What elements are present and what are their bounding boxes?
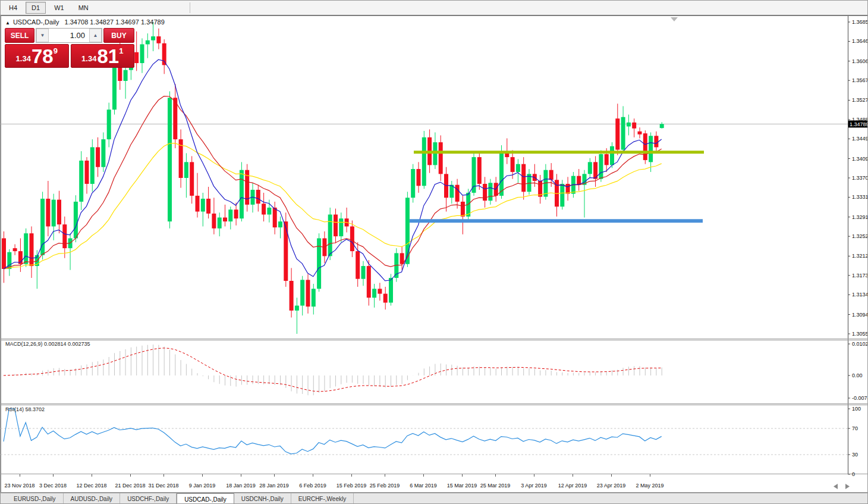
sell-price-box[interactable]: 1.34 78 9 xyxy=(5,44,69,68)
rsi-label: RSI(14) 58.3702 xyxy=(5,406,45,412)
candle-bullish xyxy=(389,278,393,303)
collapse-triangle-icon[interactable]: ▲ xyxy=(5,20,10,26)
candle-bullish xyxy=(660,124,664,128)
chart-tab-eurusd[interactable]: EURUSD-,Daily xyxy=(7,493,64,504)
price-axis-label: 1.36850 xyxy=(852,19,868,25)
candle-bearish xyxy=(638,132,642,134)
sell-button[interactable]: SELL xyxy=(5,28,34,43)
candle-bullish xyxy=(267,208,271,215)
candle-bearish xyxy=(615,118,619,149)
date-axis-label[interactable]: 31 Dec 2018 xyxy=(148,483,178,489)
candle-bullish xyxy=(24,233,28,264)
candle-bullish xyxy=(146,40,150,45)
scroll-right-icon[interactable] xyxy=(845,484,850,489)
buy-price-big: 81 xyxy=(97,48,119,65)
candle-bearish xyxy=(212,214,216,228)
rsi-axis-label: 0 xyxy=(852,471,855,477)
chart-ohlc-values: 1.34708 1.34827 1.34697 1.34789 xyxy=(65,18,165,26)
candle-bullish xyxy=(90,147,95,184)
candle-bullish xyxy=(300,280,304,305)
date-axis-label[interactable]: 12 Dec 2018 xyxy=(76,483,106,489)
date-axis-label[interactable]: 18 Jan 2019 xyxy=(226,483,256,489)
price-axis-label: 1.32910 xyxy=(852,214,868,220)
candle-bearish xyxy=(273,208,277,227)
date-axis-label[interactable]: 28 Jan 2019 xyxy=(259,483,289,489)
chart-tab-eurchf[interactable]: EURCHF-,Weekly xyxy=(291,493,354,504)
candle-bearish xyxy=(290,281,294,311)
candle-bearish xyxy=(455,185,460,202)
date-axis-label[interactable]: 25 Mar 2019 xyxy=(480,483,511,489)
chart-tab-usdcnh[interactable]: USDCNH-,Daily xyxy=(234,493,291,504)
chart-tab-usdcad[interactable]: USDCAD-,Daily xyxy=(177,493,234,504)
volume-value[interactable]: 1.00 xyxy=(49,29,89,42)
candle-bearish xyxy=(46,199,50,227)
price-axis-label: 1.32120 xyxy=(852,253,868,259)
candle-bearish xyxy=(156,36,161,43)
candle-bearish xyxy=(190,162,194,196)
date-axis-label[interactable]: 9 Jan 2019 xyxy=(189,483,216,489)
panel-collapse-arrow-icon[interactable] xyxy=(671,17,678,21)
date-axis-label[interactable]: 6 Mar 2019 xyxy=(410,483,437,489)
ma-line-fast-ema xyxy=(4,60,662,281)
candle-bullish xyxy=(218,218,222,228)
candle-bullish xyxy=(361,266,366,279)
rsi-axis-label: 30 xyxy=(852,452,858,458)
candle-bullish xyxy=(649,136,653,162)
chart-tab-usdchf[interactable]: USDCHF-,Daily xyxy=(120,493,177,504)
candle-bullish xyxy=(112,62,117,109)
candle-bearish xyxy=(196,196,200,212)
price-axis-label: 1.31340 xyxy=(852,292,868,298)
date-axis-label[interactable]: 25 Feb 2019 xyxy=(370,483,400,489)
candle-bullish xyxy=(516,164,520,172)
volume-increase-button[interactable]: ▲ xyxy=(89,29,102,42)
sell-price-big: 78 xyxy=(32,48,54,65)
date-axis-label[interactable]: 3 Apr 2019 xyxy=(521,483,547,489)
sell-price-prefix: 1.34 xyxy=(16,54,31,63)
date-axis-label[interactable]: 23 Nov 2018 xyxy=(4,483,34,489)
chart-tab-audusd[interactable]: AUDUSD-,Daily xyxy=(64,493,121,504)
price-axis-label: 1.34090 xyxy=(852,156,868,162)
candle-bullish xyxy=(151,36,155,40)
candle-bullish xyxy=(278,221,282,227)
candle-bearish xyxy=(334,215,338,237)
macd-signal-line xyxy=(4,348,662,392)
ma-line-mid-ema xyxy=(4,96,662,269)
date-axis-label[interactable]: 6 Feb 2019 xyxy=(299,483,326,489)
date-axis-label[interactable]: 15 Mar 2019 xyxy=(447,483,477,489)
date-axis-label[interactable]: 15 Feb 2019 xyxy=(336,483,367,489)
candle-bullish xyxy=(411,169,415,198)
price-axis-label: 1.33700 xyxy=(852,175,868,181)
candle-bearish xyxy=(383,294,388,303)
candle-bullish xyxy=(52,200,56,227)
price-axis-label: 1.31730 xyxy=(852,273,868,278)
chart-canvas[interactable]: 1.368501.364601.360601.356701.352701.348… xyxy=(1,1,868,504)
candle-bearish xyxy=(234,209,238,218)
date-axis-label[interactable]: 12 Apr 2019 xyxy=(558,483,587,489)
candle-bullish xyxy=(74,202,78,239)
candle-bearish xyxy=(256,190,260,204)
trade-prices-row: 1.34 78 9 1.34 81 1 xyxy=(5,44,134,68)
candle-bearish xyxy=(378,289,382,293)
price-axis-label: 1.30550 xyxy=(852,331,868,337)
rsi-axis-label: 100 xyxy=(852,406,861,412)
candle-bullish xyxy=(599,154,603,179)
candle-bullish xyxy=(499,152,504,196)
buy-button[interactable]: BUY xyxy=(103,28,134,43)
candle-bullish xyxy=(184,162,188,178)
date-axis-label[interactable]: 2 May 2019 xyxy=(636,483,663,489)
buy-price-box[interactable]: 1.34 81 1 xyxy=(71,44,135,68)
scroll-left-icon[interactable] xyxy=(834,484,838,489)
buy-price-sup: 1 xyxy=(119,46,123,55)
date-axis-label[interactable]: 23 Apr 2019 xyxy=(597,483,626,489)
volume-decrease-button[interactable]: ▼ xyxy=(36,29,49,42)
date-axis-label[interactable]: 3 Dec 2018 xyxy=(39,483,67,489)
candle-bearish xyxy=(511,157,515,172)
macd-axis-label: 0.010229 xyxy=(852,341,868,347)
date-axis-label[interactable]: 21 Dec 2018 xyxy=(115,483,145,489)
candle-bearish xyxy=(57,200,61,225)
trade-controls-row: SELL ▼ 1.00 ▲ BUY xyxy=(5,28,134,43)
candle-bearish xyxy=(206,199,210,214)
candle-bullish xyxy=(295,306,299,311)
candle-bearish xyxy=(632,123,636,129)
candle-bearish xyxy=(549,170,553,180)
